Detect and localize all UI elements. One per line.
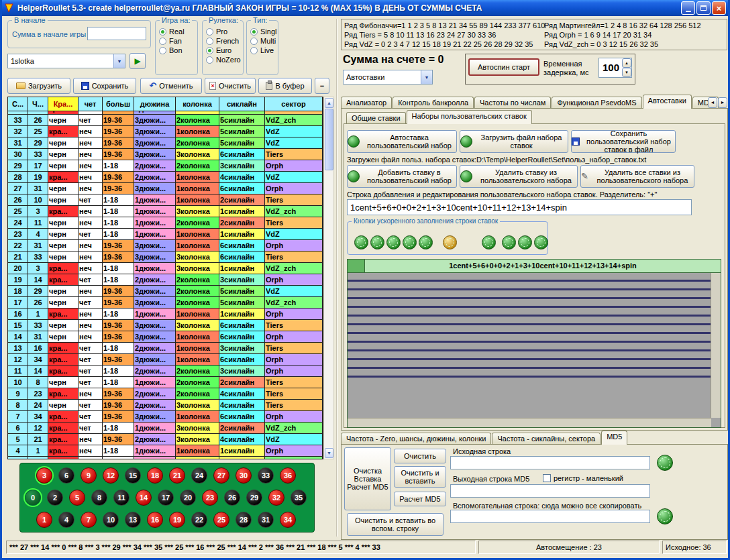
roulette-number-22[interactable]: 22 (191, 512, 207, 528)
roulette-number-4[interactable]: 4 (58, 512, 74, 528)
undo-button[interactable]: ↶ Отменить (140, 78, 202, 94)
md5-aux-go-button[interactable] (657, 508, 673, 524)
roulette-number-3[interactable]: 3 (36, 467, 52, 484)
roulette-number-24[interactable]: 24 (191, 467, 207, 484)
roulette-number-1[interactable]: 1 (36, 512, 52, 528)
title-bar[interactable]: HelperRoullet 5.3- create helperroullet@… (2, 0, 728, 16)
md5-aux-input[interactable] (450, 510, 650, 523)
autospin-start-button[interactable]: Автоспин старт (468, 58, 539, 76)
bet-coin-button-6[interactable] (443, 235, 457, 249)
restore-button[interactable] (696, 1, 711, 15)
delay-down-button[interactable]: ▼ (622, 68, 631, 77)
roulette-number-25[interactable]: 25 (213, 512, 229, 528)
collapse-button[interactable]: − (315, 78, 329, 94)
freqtab-Частота - Zero, шансы, дюжины, колонки[interactable]: Частота - Zero, шансы, дюжины, колонки (341, 433, 491, 445)
tab-Автоставки[interactable]: Автоставки (643, 95, 692, 109)
bet-coin-button-8[interactable] (502, 235, 516, 249)
slot-select[interactable]: 1slotka ▼ (7, 54, 125, 68)
radio-option-singl[interactable]: Singl (250, 27, 278, 36)
bet-coin-button-4[interactable] (403, 235, 417, 249)
radio-option-bon[interactable]: Bon (159, 46, 197, 54)
md5-source-go-button[interactable] (657, 455, 673, 471)
roulette-number-33[interactable]: 33 (258, 467, 274, 484)
play-button[interactable]: ▶ (129, 53, 146, 69)
start-sum-input[interactable] (87, 27, 146, 40)
add-bet-button[interactable]: Добавить ставку в пользовательский набор (347, 165, 457, 188)
chevron-down-icon[interactable]: ▼ (421, 70, 432, 84)
roulette-number-28[interactable]: 28 (236, 512, 252, 528)
freqtab-Частота - сиклайны, сектора[interactable]: Частота - сиклайны, сектора (492, 433, 601, 445)
roulette-number-7[interactable]: 7 (81, 512, 97, 528)
roulette-number-30[interactable]: 30 (236, 467, 252, 484)
scrollbar-thumb[interactable] (325, 109, 333, 170)
md5-source-input[interactable] (450, 456, 650, 469)
minimize-button[interactable] (681, 1, 695, 15)
bet-coin-button-7[interactable] (482, 235, 496, 249)
remove-bet-button[interactable]: Удалить ставку из пользовательского набо… (460, 165, 578, 188)
roulette-number-6[interactable]: 6 (58, 467, 74, 484)
roulette-number-17[interactable]: 17 (158, 490, 174, 506)
roulette-number-2[interactable]: 2 (47, 490, 63, 506)
roulette-number-26[interactable]: 26 (224, 490, 240, 506)
roulette-number-31[interactable]: 31 (258, 512, 274, 528)
radio-option-fan[interactable]: Fan (159, 37, 197, 45)
roulette-number-10[interactable]: 10 (103, 512, 119, 528)
tab-Частоты по числам[interactable]: Частоты по числам (474, 97, 551, 109)
scroll-up-icon[interactable]: ▲ (325, 98, 333, 108)
roulette-number-23[interactable]: 23 (202, 490, 218, 506)
bet-list-vscrollbar[interactable] (711, 273, 721, 418)
md5-case-checkbox-row[interactable]: регистр - маленький (543, 474, 623, 482)
bet-coin-button-2[interactable] (370, 235, 384, 249)
clear-button[interactable]: × Очистить (205, 78, 256, 94)
roulette-number-5[interactable]: 5 (69, 490, 85, 506)
bet-coin-button-10[interactable] (534, 235, 548, 249)
delay-up-button[interactable]: ▲ (622, 58, 631, 68)
radio-option-real[interactable]: Real (159, 27, 197, 36)
close-button[interactable]: × (712, 1, 726, 15)
roulette-number-34[interactable]: 34 (280, 512, 296, 528)
save-button[interactable]: Сохранить (73, 78, 136, 94)
roulette-number-20[interactable]: 20 (180, 490, 196, 506)
radio-option-nozero[interactable]: NoZero (206, 56, 243, 64)
bet-list-hscrollbar[interactable] (348, 418, 711, 427)
roulette-number-35[interactable]: 35 (291, 490, 307, 506)
bet-coin-button-9[interactable] (518, 235, 532, 249)
md5-clear-button[interactable]: Очистить (394, 449, 446, 463)
chevron-down-icon[interactable]: ▼ (113, 54, 125, 68)
radio-option-multi[interactable]: Multi (250, 37, 278, 45)
tab-Контроль банкролла[interactable]: Контроль банкролла (393, 97, 474, 109)
radio-option-pro[interactable]: Pro (206, 27, 243, 36)
roulette-number-16[interactable]: 16 (147, 512, 163, 528)
roulette-number-0[interactable]: 0 (25, 490, 41, 506)
tab-scroll-left-button[interactable]: ◄ (708, 97, 717, 108)
history-scrollbar[interactable]: ▲ ▼ (323, 97, 334, 459)
roulette-number-32[interactable]: 32 (268, 490, 284, 506)
bet-string-input[interactable] (347, 199, 692, 215)
subtab-Наборы пользовательских ставок[interactable]: Наборы пользовательских ставок (407, 110, 532, 124)
bet-coin-button-5[interactable] (419, 235, 433, 249)
scroll-down-icon[interactable]: ▼ (325, 448, 333, 458)
roulette-number-36[interactable]: 36 (280, 467, 296, 484)
tab-Анализатор[interactable]: Анализатор (341, 97, 392, 109)
roulette-number-27[interactable]: 27 (213, 467, 229, 484)
freqtab-MD5[interactable]: MD5 (601, 431, 627, 445)
roulette-number-14[interactable]: 14 (136, 490, 152, 506)
save-bet-file-button[interactable]: Сохранить пользовательский набор ставок … (571, 130, 676, 153)
load-bet-file-button[interactable]: Загрузить файл набора ставок (460, 130, 568, 153)
md5-clear-paste-calc-button[interactable]: Очистка Вставка Расчет MD5 (344, 447, 391, 510)
md5-clear-paste-aux-button[interactable]: Очистить и вставить во вспом. строку (347, 513, 444, 536)
md5-calc-button[interactable]: Расчет MD5 (394, 492, 446, 506)
tab-Функционал PsevdoMS[interactable]: Функционал PsevdoMS (552, 97, 641, 109)
radio-option-euro[interactable]: Euro (206, 46, 243, 54)
remove-all-bets-button[interactable]: ✎ Удалить все ставки из пользовательског… (580, 165, 694, 188)
autobet-custom-set-button[interactable]: Автоставка пользовательский набор (347, 130, 457, 153)
roulette-number-29[interactable]: 29 (246, 490, 262, 506)
roulette-number-19[interactable]: 19 (169, 512, 185, 528)
roulette-number-11[interactable]: 11 (113, 490, 129, 506)
md5-output-input[interactable] (450, 484, 650, 498)
roulette-number-15[interactable]: 15 (125, 467, 141, 484)
load-button[interactable]: Загрузить (7, 78, 70, 94)
roulette-number-18[interactable]: 18 (147, 467, 163, 484)
radio-option-french[interactable]: French (206, 37, 243, 45)
tab-scroll-right-button[interactable]: ► (718, 97, 727, 108)
